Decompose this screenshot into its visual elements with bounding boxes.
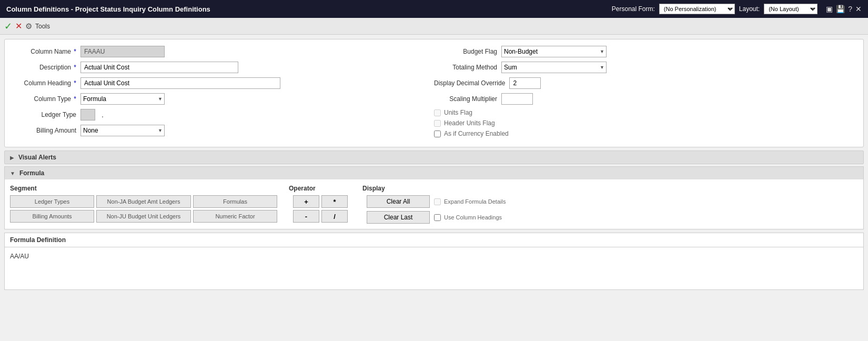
column-heading-row: Column Heading *	[13, 77, 423, 89]
cancel-button[interactable]: ✕	[15, 21, 22, 31]
formula-definition-value: AA/AU	[10, 253, 29, 260]
personal-form-select[interactable]: (No Personalization)	[659, 4, 735, 14]
visual-alerts-title: Visual Alerts	[18, 154, 56, 161]
column-name-row: Column Name *	[13, 46, 423, 57]
close-icon[interactable]: ✕	[855, 5, 862, 13]
budget-flag-select-wrapper[interactable]: Non-Budget	[501, 46, 607, 57]
description-label: Description *	[13, 64, 76, 71]
units-flag-label: Units Flag	[444, 109, 472, 116]
header-units-flag-checkbox[interactable]	[434, 120, 441, 127]
as-if-currency-label: As if Currency Enabled	[444, 130, 509, 137]
column-type-select-wrapper[interactable]: Formula	[80, 93, 165, 105]
window-title: Column Definitions - Project Status Inqu…	[6, 5, 210, 13]
non-ja-button[interactable]: Non-JA Budget Amt Ledgers	[96, 195, 191, 208]
form-card: Column Name * Description * Column Headi…	[4, 39, 864, 147]
title-bar: Column Definitions - Project Status Inqu…	[0, 0, 868, 18]
as-if-currency-row: As if Currency Enabled	[434, 130, 844, 137]
formula-column-headers: Segment Operator Display	[10, 185, 858, 192]
visual-alerts-triangle: ▶	[10, 155, 14, 161]
billing-amount-row: Billing Amount None	[13, 125, 423, 136]
confirm-button[interactable]: ✓	[4, 21, 12, 32]
formula-title: Formula	[19, 169, 44, 177]
use-column-headings-checkbox[interactable]	[434, 214, 441, 221]
units-flag-row: Units Flag	[434, 109, 844, 116]
help-icon[interactable]: ?	[848, 5, 852, 13]
formula-section: ▼ Formula Segment Operator Display	[4, 166, 864, 229]
scaling-multiplier-label: Scaling Multiplier	[434, 95, 497, 103]
tools-icon[interactable]: ⚙	[25, 22, 32, 31]
budget-flag-select[interactable]: Non-Budget	[501, 46, 607, 57]
column-name-label: Column Name *	[13, 48, 76, 55]
minus-button[interactable]: -	[293, 210, 319, 223]
billing-amounts-button[interactable]: Billing Amounts	[10, 210, 94, 223]
layout-select-wrapper[interactable]: (No Layout)	[764, 4, 817, 14]
form-left: Column Name * Description * Column Headi…	[13, 46, 434, 141]
description-row: Description *	[13, 62, 423, 73]
operator-buttons-grid: + * - /	[293, 195, 356, 223]
expand-formula-label: Expand Formula Details	[444, 198, 506, 205]
personal-form-select-wrapper[interactable]: (No Personalization)	[659, 4, 735, 14]
column-type-label: Column Type *	[13, 95, 76, 103]
personal-form-label: Personal Form:	[612, 5, 655, 13]
display-decimal-label: Display Decimal Override	[434, 79, 505, 87]
ledger-type-dot: .	[102, 111, 104, 119]
non-ju-button[interactable]: Non-JU Budget Unit Ledgers	[96, 210, 191, 223]
column-heading-input[interactable]	[80, 77, 280, 89]
billing-amount-select[interactable]: None	[80, 125, 165, 136]
formula-controls: Ledger Types Non-JA Budget Amt Ledgers F…	[10, 195, 858, 224]
formula-header[interactable]: ▼ Formula	[5, 167, 863, 179]
scaling-multiplier-input[interactable]	[501, 93, 533, 105]
form-right: Budget Flag Non-Budget Totaling Method S…	[434, 46, 855, 141]
segment-area: Ledger Types Non-JA Budget Amt Ledgers F…	[10, 195, 277, 223]
plus-button[interactable]: +	[293, 195, 319, 208]
formulas-button[interactable]: Formulas	[193, 195, 277, 208]
expand-formula-checkbox[interactable]	[434, 198, 441, 205]
use-column-headings-row: Use Column Headings	[434, 214, 502, 221]
toolbar: ✓ ✕ ⚙ Tools	[0, 18, 868, 35]
totaling-method-select[interactable]: Sum	[501, 62, 607, 73]
billing-amount-select-wrapper[interactable]: None	[80, 125, 165, 136]
formula-definition-header: Formula Definition	[5, 233, 863, 247]
as-if-currency-checkbox[interactable]	[434, 131, 441, 137]
main-content: Column Name * Description * Column Headi…	[0, 35, 868, 294]
clear-all-button[interactable]: Clear All	[367, 195, 430, 208]
header-units-flag-row: Header Units Flag	[434, 119, 844, 127]
ledger-type-input[interactable]	[80, 109, 95, 121]
budget-flag-label: Budget Flag	[434, 48, 497, 55]
units-flag-checkbox[interactable]	[434, 109, 441, 116]
column-type-select[interactable]: Formula	[80, 93, 165, 105]
formula-definition-section: Formula Definition AA/AU	[4, 233, 864, 290]
expand-formula-row: Expand Formula Details	[434, 198, 506, 205]
form-icon[interactable]: ▣	[826, 5, 833, 13]
form-grid: Column Name * Description * Column Headi…	[13, 46, 855, 141]
totaling-method-select-wrapper[interactable]: Sum	[501, 62, 607, 73]
display-decimal-row: Display Decimal Override	[434, 77, 844, 89]
scaling-multiplier-row: Scaling Multiplier	[434, 93, 844, 105]
description-input[interactable]	[80, 62, 238, 73]
numeric-factor-button[interactable]: Numeric Factor	[193, 210, 277, 223]
ledger-types-button[interactable]: Ledger Types	[10, 195, 94, 208]
layout-label: Layout:	[739, 5, 760, 13]
column-name-input[interactable]	[80, 46, 165, 57]
segment-buttons-grid: Ledger Types Non-JA Budget Amt Ledgers F…	[10, 195, 277, 223]
visual-alerts-header[interactable]: ▶ Visual Alerts	[4, 151, 864, 164]
window-icons: ▣ 💾 ? ✕	[826, 5, 862, 13]
save-icon[interactable]: 💾	[836, 5, 845, 13]
ledger-type-row: Ledger Type .	[13, 109, 423, 121]
divide-button[interactable]: /	[321, 210, 348, 223]
column-type-row: Column Type * Formula	[13, 93, 423, 105]
formula-definition-body: AA/AU	[5, 247, 863, 289]
tools-label[interactable]: Tools	[35, 23, 50, 30]
multiply-button[interactable]: *	[321, 195, 348, 208]
display-decimal-input[interactable]	[509, 77, 541, 89]
clear-last-button[interactable]: Clear Last	[367, 211, 430, 224]
budget-flag-row: Budget Flag Non-Budget	[434, 46, 844, 57]
billing-amount-label: Billing Amount	[13, 127, 76, 134]
clear-last-row: Clear Last Use Column Headings	[367, 211, 858, 224]
clear-all-row: Clear All Expand Formula Details	[367, 195, 858, 208]
column-heading-label: Column Heading *	[13, 79, 76, 87]
operator-area: + * - /	[293, 195, 356, 223]
title-bar-controls: Personal Form: (No Personalization) Layo…	[612, 4, 862, 14]
use-column-headings-label: Use Column Headings	[444, 214, 502, 220]
layout-select[interactable]: (No Layout)	[764, 4, 817, 14]
